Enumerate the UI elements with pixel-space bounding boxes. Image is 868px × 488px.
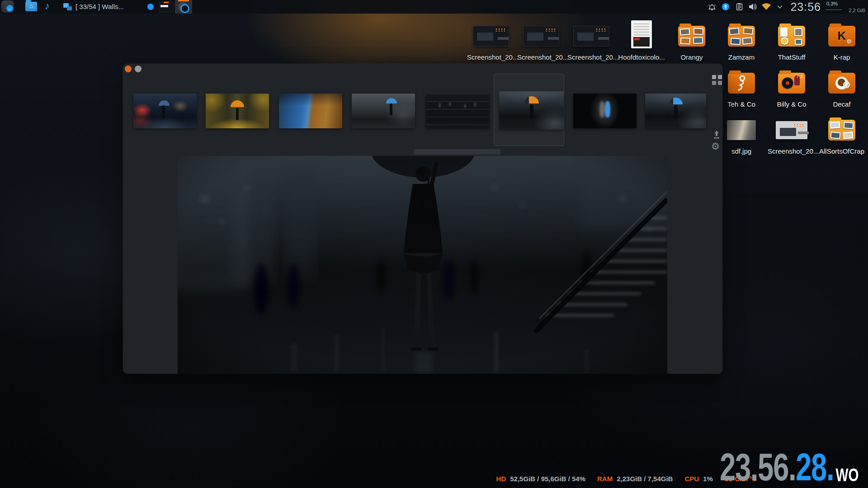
status-dot-icon[interactable] [147, 4, 154, 10]
top-panel: ← ♪ [ 33/54 ] Walls... [0, 0, 868, 14]
desktop-icon-document[interactable]: Hoofdtoxicolo... [618, 18, 665, 61]
desktop-root: ← ♪ [ 33/54 ] Walls... [0, 0, 868, 488]
icon-label: Screenshot_20... [567, 53, 615, 61]
ram-small-value: 2,2 GiB [849, 8, 865, 13]
icon-label: Hoofdtoxicolo... [618, 53, 665, 61]
home-folder-icon[interactable] [25, 2, 37, 11]
folder-photo-thumb [693, 37, 703, 44]
active-task-image-viewer[interactable] [175, 0, 192, 14]
updates-icon[interactable] [719, 0, 732, 14]
desktop-icon-sdf-image[interactable]: sdf.jpg [717, 116, 765, 155]
desktop-icon-folder-orangy[interactable]: Orangy [668, 22, 716, 61]
screenshot-thumbnail [473, 26, 509, 47]
thumbnail-3[interactable] [279, 94, 342, 128]
folder-icon [778, 26, 805, 47]
folder-photo-thumb [844, 122, 854, 129]
thumbnail-1[interactable] [133, 94, 197, 128]
thumbnail-6-selected[interactable] [499, 91, 564, 130]
system-tray: 23:56 0,3% 2,2 GiB [705, 0, 868, 14]
clock-day: WO [836, 468, 859, 482]
folder-icon [828, 73, 855, 94]
folder-icon [728, 73, 755, 94]
folder-photo-thumb [693, 28, 704, 35]
icon-label: Screenshot_20... [517, 53, 565, 61]
desktop-icon-folder-thatstuff[interactable]: ThatStuff [768, 22, 816, 61]
chevron-down-icon[interactable] [773, 0, 787, 14]
upload-icon[interactable] [712, 130, 721, 139]
bw-street-scene [178, 156, 667, 374]
music-notes-glyph: ♪ ♫ [797, 74, 803, 79]
desktop-icon-folder-krap[interactable]: K ⚙ K-rap [818, 22, 866, 61]
folder-icon [678, 26, 705, 47]
icon-label: ThatStuff [768, 53, 816, 61]
stat-hd-value: 52,5GiB / 95,6GiB / 54% [510, 475, 585, 483]
folder-icon [728, 26, 755, 47]
eye-viewer-icon [179, 2, 189, 12]
app-launcher-button[interactable]: ← [1, 0, 14, 13]
desktop-icon-screenshot-1[interactable]: Screenshot_20... [467, 22, 515, 61]
desktop-icon-screenshot-2[interactable]: Screenshot_20... [517, 22, 565, 61]
icon-label: AllSortsOfCrap [818, 147, 866, 155]
window-glyph [67, 6, 72, 10]
desktop-icon-folder-tehco[interactable]: Teh & Co [717, 69, 765, 108]
icon-label: Decaf [818, 100, 866, 108]
document-thumbnail [631, 20, 652, 48]
system-monitor-widget[interactable]: 0,3% 2,2 GiB [826, 0, 865, 14]
main-image-canvas[interactable] [178, 156, 667, 374]
screenshot-thumbnail [776, 121, 807, 139]
folder-photo-thumb [795, 39, 802, 45]
thumbnail-2[interactable] [206, 94, 269, 128]
icon-label: K-rap [818, 53, 866, 61]
cpu-small-value: 0,3% [826, 1, 838, 6]
icon-label: Orangy [668, 53, 716, 61]
window-preview-task[interactable] [159, 1, 174, 13]
settings-gear-icon[interactable]: ⚙ [711, 141, 720, 151]
desktop-clock: 23.56.28.WO [720, 452, 859, 482]
thumbnail-8[interactable] [645, 94, 706, 128]
clipboard-icon[interactable] [732, 0, 746, 14]
panel-clock[interactable]: 23:56 [790, 0, 821, 14]
screenshot-thumbnail [523, 26, 559, 47]
folder-photo-thumb [830, 121, 840, 128]
folder-photo-thumb [729, 28, 739, 35]
task-label[interactable]: [ 33/54 ] Walls... [75, 0, 124, 14]
folder-photo-thumb [680, 28, 690, 35]
wallpaper-app-icon[interactable] [63, 3, 72, 11]
preview-strip [160, 5, 168, 7]
document-figure [633, 37, 650, 47]
monitor-divider [826, 9, 842, 10]
stat-cpu-label: CPU [684, 475, 699, 483]
folder-doc-thumb [780, 28, 788, 37]
folder-icon [828, 120, 855, 141]
folder-icon: K ⚙ [828, 26, 855, 47]
icon-label: Zamzam [717, 53, 765, 61]
desktop-icon-folder-zamzam[interactable]: Zamzam [717, 22, 765, 61]
thumbnail-7[interactable] [573, 94, 637, 128]
desktop-icon-screenshot-3[interactable]: Screenshot_20... [567, 22, 615, 61]
desktop-icon-folder-decaf[interactable]: Decaf [818, 69, 866, 108]
window-minimize-button[interactable] [135, 66, 142, 72]
thumbnail-scrollbar[interactable] [414, 149, 500, 155]
stat-cpu: CPU1% [684, 475, 712, 483]
desktop-icon-folder-allsorts[interactable]: AllSortsOfCrap [818, 116, 866, 155]
desktop-icon-folder-billyco[interactable]: ♪ ♫ Billy & Co [768, 69, 816, 108]
music-player-icon[interactable]: ♪ [45, 0, 50, 11]
window-close-button[interactable] [125, 66, 132, 72]
folder-photo-thumb [731, 38, 741, 45]
active-task-indicator [178, 0, 189, 1]
wifi-icon[interactable] [760, 0, 773, 14]
screenshot-thumbnail [573, 26, 609, 47]
folder-photo-thumb [843, 131, 854, 139]
icon-label: sdf.jpg [717, 147, 765, 155]
folder-photo-thumb [794, 28, 802, 36]
back-arrow-icon: ← [6, 5, 13, 12]
folder-photo-thumb [743, 27, 753, 35]
thumbnail-5[interactable] [426, 94, 489, 128]
system-stats-bar: HD52,5GiB / 95,6GiB / 54% RAM2,23GiB / 7… [496, 475, 757, 483]
folder-view-grid-icon[interactable] [712, 75, 722, 85]
desktop-icon-screenshot-4[interactable]: Screenshot_20... [768, 116, 816, 155]
stat-ram: RAM2,23GiB / 7,54GiB [597, 475, 673, 483]
notifications-bell-icon[interactable] [705, 0, 719, 14]
thumbnail-4[interactable] [352, 94, 415, 128]
volume-icon[interactable] [746, 0, 760, 14]
